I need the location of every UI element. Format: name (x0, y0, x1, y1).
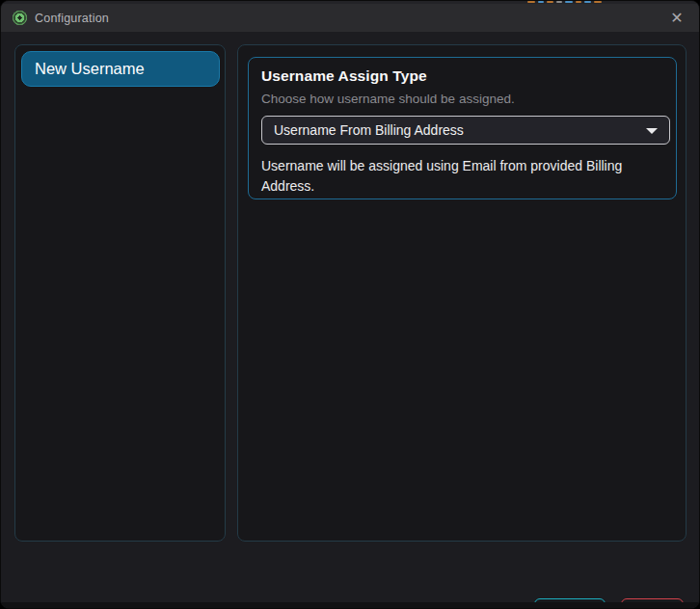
main-panel: Username Assign Type Choose how username… (237, 44, 687, 542)
screen: Configuration ✕ New Username Username As… (0, 0, 700, 609)
background-text-fragment (584, 1, 591, 3)
configuration-dialog: Configuration ✕ New Username Username As… (0, 0, 700, 609)
background-text-fragment (576, 1, 581, 3)
dialog-body: New Username Username Assign Type Choose… (1, 32, 699, 608)
background-text-fragment (527, 1, 535, 3)
card-heading: Username Assign Type (261, 67, 663, 85)
help-text: Username will be assigned using Email fr… (261, 156, 663, 197)
app-icon (13, 11, 27, 25)
background-text-fragment (594, 1, 602, 3)
sidebar: New Username (14, 44, 226, 542)
username-assign-type-select[interactable]: Username From Billing Address (261, 116, 670, 145)
username-assign-card: Username Assign Type Choose how username… (248, 57, 677, 199)
select-value: Username From Billing Address (274, 122, 464, 138)
background-text-fragment (547, 1, 553, 3)
background-text-fragment (565, 1, 573, 3)
sidebar-item-new-username[interactable]: New Username (21, 51, 220, 87)
titlebar[interactable]: Configuration ✕ (1, 4, 699, 32)
card-description: Choose how username should be assigned. (261, 92, 663, 106)
chevron-down-icon (646, 128, 658, 134)
background-text-fragment (556, 1, 562, 3)
window-bottom-edge (1, 602, 699, 608)
close-icon[interactable]: ✕ (655, 4, 699, 32)
background-text-fragment (538, 1, 544, 3)
window-title: Configuration (35, 12, 109, 25)
